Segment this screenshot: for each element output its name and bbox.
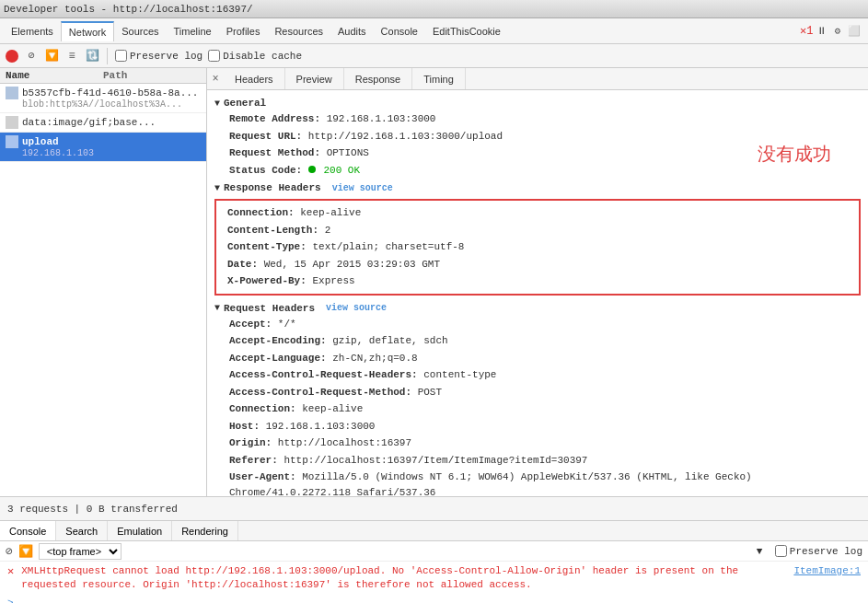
status-code-value: 200 OK	[323, 165, 360, 176]
sub-tab-response[interactable]: Response	[344, 68, 413, 89]
status-text: 3 requests | 0 B transferred	[7, 504, 178, 515]
console-output: ✕ XMLHttpRequest cannot load http://192.…	[0, 562, 868, 603]
general-title: General	[224, 98, 266, 109]
bottom-preserve-log-input[interactable]	[775, 545, 787, 557]
col-name-header: Name	[6, 70, 103, 81]
prompt-arrow: >	[7, 597, 14, 603]
dropdown-arrow: ▼	[757, 546, 770, 557]
req-accept-encoding-row: Accept-Encoding: gzip, deflate, sdch	[214, 332, 861, 350]
sub-tab-preview[interactable]: Preview	[285, 68, 344, 89]
error-line: ✕ XMLHttpRequest cannot load http://192.…	[0, 562, 868, 596]
frame-select[interactable]: <top frame>	[39, 543, 122, 560]
status-code-label: Status Code:	[229, 165, 302, 176]
request-headers-triangle: ▼	[214, 303, 220, 313]
req-accept-row: Accept: */*	[214, 316, 861, 333]
request-url-value: http://192.168.1.103:3000/upload	[308, 131, 503, 142]
preserve-mode-button[interactable]: 🔃	[85, 49, 99, 64]
error-text: XMLHttpRequest cannot load http://192.16…	[21, 564, 786, 593]
response-headers-wrapper: ▼ Response Headers view source Connectio…	[214, 179, 861, 296]
remote-address-row: Remote Address: 192.168.1.103:3000	[214, 110, 861, 128]
tab-sources[interactable]: Sources	[114, 22, 166, 41]
filter-console-icon[interactable]: 🔽	[18, 544, 33, 559]
req-origin-row: Origin: http://localhost:16397	[214, 435, 861, 452]
item-icon-0	[6, 87, 18, 99]
prompt-line: >	[0, 596, 868, 603]
tab-editthiscookie[interactable]: EditThisCookie	[425, 22, 508, 41]
bottom-preserve-log-label: Preserve log	[790, 546, 862, 557]
request-method-row: Request Method: OPTIONS	[214, 145, 861, 162]
resp-connection-label: Connection:	[227, 207, 295, 218]
remote-address-label: Remote Address:	[229, 113, 320, 124]
record-button[interactable]	[6, 50, 18, 63]
col-path-header: Path	[103, 70, 201, 81]
general-section-header[interactable]: ▼ General	[214, 94, 861, 110]
request-item-0[interactable]: b5357cfb-f41d-4610-b58a-8a... blob:http%…	[0, 84, 206, 113]
resp-content-type-row: Content-Type: text/plain; charset=utf-8	[224, 238, 851, 256]
resp-content-length-value: 2	[325, 225, 331, 236]
tab-console[interactable]: Console	[374, 22, 425, 41]
item-icon-1	[6, 116, 18, 129]
request-url-label: Request URL:	[229, 131, 302, 142]
preserve-log-label: Preserve log	[130, 51, 203, 62]
status-code-row: Status Code: 200 OK	[214, 162, 861, 180]
tab-resources[interactable]: Resources	[267, 22, 330, 41]
bottom-tab-emulation[interactable]: Emulation	[108, 521, 172, 540]
general-triangle: ▼	[214, 99, 220, 109]
response-view-source[interactable]: view source	[332, 183, 393, 193]
item-name-2: upload	[22, 136, 59, 147]
resp-content-type-value: text/plain; charset=utf-8	[312, 241, 464, 252]
tab-timeline[interactable]: Timeline	[167, 22, 219, 41]
bottom-tab-console[interactable]: Console	[0, 521, 56, 540]
sub-tabs: × Headers Preview Response Timing	[207, 68, 868, 90]
bottom-preserve-log-checkbox[interactable]: Preserve log	[775, 545, 862, 557]
req-host-row: Host: 192.168.1.103:3000	[214, 418, 861, 435]
sub-tab-close[interactable]: ×	[207, 68, 224, 89]
undock-icon: ⬜	[848, 25, 861, 37]
tab-audits[interactable]: Audits	[330, 22, 374, 41]
resp-date-label: Date:	[227, 259, 258, 270]
req-acr-method-row: Access-Control-Request-Method: POST	[214, 384, 861, 401]
resp-xpowered-label: X-Powered-By:	[227, 275, 307, 286]
disable-cache-checkbox[interactable]: Disable cache	[208, 50, 302, 62]
resp-content-length-row: Content-Length: 2	[224, 222, 851, 239]
request-item-1[interactable]: data:image/gif;base...	[0, 113, 206, 133]
error-link[interactable]: ItemImage:1	[793, 564, 861, 593]
title-bar: Developer tools - http://localhost:16397…	[0, 0, 868, 18]
req-referer-row: Referer: http://localhost:16397/Item/Ite…	[214, 452, 861, 470]
main-layout: Name Path b5357cfb-f41d-4610-b58a-8a... …	[0, 68, 868, 496]
preserve-log-input[interactable]	[115, 50, 127, 62]
request-item-2[interactable]: upload 192.168.1.103	[0, 133, 206, 162]
bottom-tab-rendering[interactable]: Rendering	[172, 521, 238, 540]
sub-tab-timing[interactable]: Timing	[412, 68, 466, 89]
resp-content-length-label: Content-Length:	[227, 225, 318, 236]
sub-tab-headers[interactable]: Headers	[224, 68, 285, 89]
tab-elements[interactable]: Elements	[4, 22, 61, 41]
clear-console-icon[interactable]: ⊘	[6, 544, 13, 559]
disable-cache-input[interactable]	[208, 50, 220, 62]
settings-icon: ⚙	[834, 25, 840, 37]
item-path-0: blob:http%3A//localhost%3A...	[22, 99, 201, 110]
network-toolbar: ⊘ 🔽 ≡ 🔃 Preserve log Disable cache	[0, 44, 868, 68]
request-method-value: OPTIONS	[327, 147, 369, 158]
headers-content[interactable]: ▼ General Remote Address: 192.168.1.103:…	[207, 90, 868, 496]
response-headers-box: Connection: keep-alive Content-Length: 2…	[214, 199, 861, 296]
left-panel: Name Path b5357cfb-f41d-4610-b58a-8a... …	[0, 68, 207, 496]
response-headers-section-header[interactable]: ▼ Response Headers view source	[214, 179, 861, 195]
request-view-source[interactable]: view source	[326, 303, 387, 313]
error-icon: ✕	[7, 564, 14, 593]
tab-network[interactable]: Network	[61, 21, 114, 41]
request-method-label: Request Method:	[229, 147, 320, 158]
filter-button[interactable]: 🔽	[44, 49, 59, 64]
remote-address-value: 192.168.1.103:3000	[327, 113, 436, 124]
bottom-tab-search[interactable]: Search	[56, 521, 108, 540]
clear-button[interactable]: ⊘	[24, 49, 39, 64]
item-icon-2	[6, 135, 18, 148]
tab-profiles[interactable]: Profiles	[219, 22, 268, 41]
preserve-log-checkbox[interactable]: Preserve log	[115, 50, 203, 62]
bottom-panel: Console Search Emulation Rendering ⊘ 🔽 <…	[0, 520, 868, 603]
pause-icon: ⏸	[816, 25, 827, 37]
separator	[107, 48, 108, 64]
bottom-toolbar: ⊘ 🔽 <top frame> ▼ Preserve log	[0, 541, 868, 562]
view-button[interactable]: ≡	[64, 49, 79, 64]
request-headers-section-header[interactable]: ▼ Request Headers view source	[214, 299, 861, 316]
